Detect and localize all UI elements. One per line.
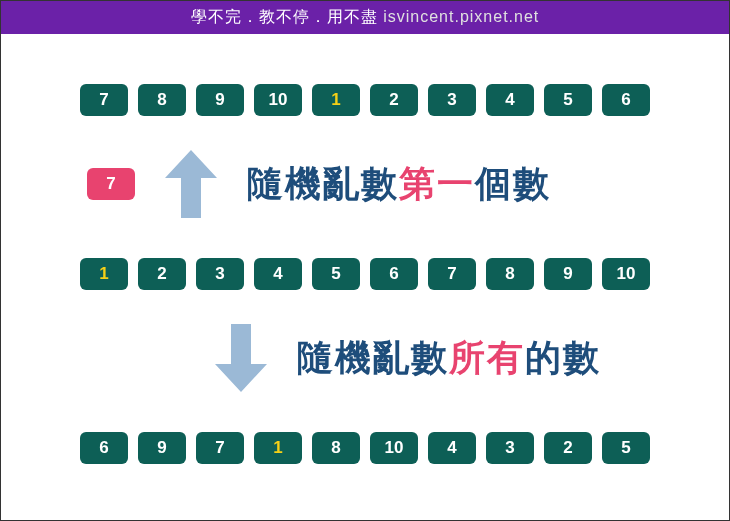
caption-second: 隨機亂數所有的數 xyxy=(297,334,601,383)
num-cell: 10 xyxy=(370,432,418,464)
num-cell: 5 xyxy=(312,258,360,290)
num-cell: 8 xyxy=(312,432,360,464)
num-cell: 8 xyxy=(486,258,534,290)
num-cell: 3 xyxy=(486,432,534,464)
caption-row-first: 7 隨機亂數第一個數 xyxy=(71,146,659,222)
caption-post: 個數 xyxy=(475,163,551,204)
num-cell: 10 xyxy=(602,258,650,290)
num-cell: 2 xyxy=(370,84,418,116)
num-cell: 4 xyxy=(254,258,302,290)
caption-post: 的數 xyxy=(525,337,601,378)
num-cell-highlight: 1 xyxy=(254,432,302,464)
caption-pre: 隨機亂數 xyxy=(297,337,449,378)
num-cell: 3 xyxy=(196,258,244,290)
num-cell: 6 xyxy=(80,432,128,464)
caption-highlight: 所有 xyxy=(449,337,525,378)
caption-highlight: 第一 xyxy=(399,163,475,204)
num-cell: 4 xyxy=(428,432,476,464)
diagram-content: 7 8 9 10 1 2 3 4 5 6 7 隨機亂數第一個數 1 2 3 4 … xyxy=(1,34,729,521)
num-cell: 2 xyxy=(138,258,186,290)
row-middle: 1 2 3 4 5 6 7 8 9 10 xyxy=(71,258,659,290)
num-cell: 6 xyxy=(370,258,418,290)
num-cell-highlight: 1 xyxy=(312,84,360,116)
caption-pre: 隨機亂數 xyxy=(247,163,399,204)
num-cell: 8 xyxy=(138,84,186,116)
num-cell: 7 xyxy=(80,84,128,116)
header-site: isvincent.pixnet.net xyxy=(383,8,539,25)
arrow-up-icon xyxy=(161,146,221,222)
num-cell: 7 xyxy=(428,258,476,290)
num-cell: 3 xyxy=(428,84,476,116)
num-cell: 7 xyxy=(196,432,244,464)
row-bottom: 6 9 7 1 8 10 4 3 2 5 xyxy=(71,432,659,464)
num-cell: 9 xyxy=(544,258,592,290)
arrow-down-icon xyxy=(211,320,271,396)
num-cell: 6 xyxy=(602,84,650,116)
num-cell: 5 xyxy=(602,432,650,464)
num-cell: 5 xyxy=(544,84,592,116)
row-top: 7 8 9 10 1 2 3 4 5 6 xyxy=(71,84,659,116)
num-cell: 9 xyxy=(138,432,186,464)
num-cell: 9 xyxy=(196,84,244,116)
header-bar: 學不完．教不停．用不盡 isvincent.pixnet.net xyxy=(1,1,729,34)
num-cell: 4 xyxy=(486,84,534,116)
num-cell-highlight: 1 xyxy=(80,258,128,290)
num-cell: 2 xyxy=(544,432,592,464)
caption-row-second: 隨機亂數所有的數 xyxy=(71,320,659,396)
num-cell: 10 xyxy=(254,84,302,116)
caption-first: 隨機亂數第一個數 xyxy=(247,160,551,209)
header-text: 學不完．教不停．用不盡 xyxy=(191,8,378,25)
solo-first-num: 7 xyxy=(87,168,135,200)
